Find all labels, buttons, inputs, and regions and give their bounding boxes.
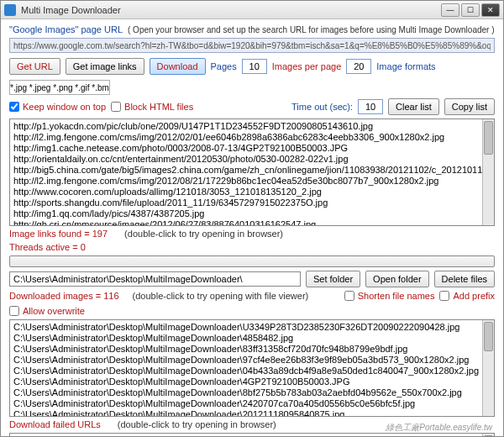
downloaded-hint: (double-click to try opening with file v… <box>133 291 309 301</box>
shorten-checkbox[interactable]: Shorten file names <box>344 291 435 301</box>
open-folder-button[interactable]: Open folder <box>365 271 428 287</box>
get-url-button[interactable]: Get URL <box>9 58 60 75</box>
list-item[interactable]: http://orientaldaily.on.cc/cnt/entertain… <box>13 154 491 165</box>
add-prefix-checkbox[interactable]: Add prefix <box>439 291 495 301</box>
titlebar: Multi Image Downloader — ☐ ✕ <box>1 1 503 19</box>
minimize-button[interactable]: — <box>441 3 459 17</box>
window-title: Multi Image Downloader <box>21 5 441 15</box>
block-html-checkbox[interactable]: Block HTML files <box>111 102 193 112</box>
timeout-label: Time out (sec): <box>291 102 353 112</box>
set-folder-button[interactable]: Set folder <box>306 271 360 287</box>
keep-on-top-checkbox[interactable]: Keep window on top <box>9 102 106 112</box>
images-per-page-label: Images per page <box>272 61 342 71</box>
timeout-input[interactable] <box>358 99 383 114</box>
app-icon <box>4 4 16 16</box>
list-item[interactable]: C:\Users\Administrator\Desktop\MultiImag… <box>13 398 491 409</box>
scrollbar[interactable] <box>482 434 494 437</box>
list-item[interactable]: C:\Users\Administrator\Desktop\MultiImag… <box>13 355 491 366</box>
downloaded-label: Downloaded images = 116 <box>9 291 119 301</box>
image-formats-label: Image formats <box>376 61 435 71</box>
list-item[interactable]: http://www.cocoren.com/uploads/allimg/12… <box>13 187 491 197</box>
clear-list-button[interactable]: Clear list <box>388 98 439 115</box>
image-links-list[interactable]: http://p1.yokacdn.com/pic/club/one/2009/… <box>9 118 495 226</box>
list-item[interactable]: http://l2.img.fengone.com/cms/img/2012/0… <box>13 176 491 187</box>
failed-label: Download failed URLs <box>9 419 101 429</box>
list-item[interactable]: C:\Users\Administrator\Desktop\MultiImag… <box>13 322 491 333</box>
close-button[interactable]: ✕ <box>481 3 500 17</box>
pages-label: Pages <box>211 61 237 71</box>
page-url-input[interactable] <box>9 38 495 53</box>
scrollbar[interactable] <box>482 320 494 416</box>
list-item[interactable]: C:\Users\Administrator\Desktop\MultiImag… <box>13 366 491 376</box>
list-item[interactable]: http://img1.qq.com/lady/pics/4387/438720… <box>13 208 491 219</box>
delete-files-button[interactable]: Delete files <box>434 271 495 287</box>
list-item[interactable]: http://img1.cache.netease.com/photo/0003… <box>13 143 491 154</box>
list-item[interactable]: C:\Users\Administrator\Desktop\MultiImag… <box>13 344 491 355</box>
failed-hint: (double-click to try opening in browser) <box>118 419 276 429</box>
list-item[interactable]: C:\Users\Administrator\Desktop\MultiImag… <box>13 387 491 398</box>
threads-label: Threads active = 0 <box>9 242 86 252</box>
list-item[interactable]: http://l2.img.fengone.com/cms/img/2012/0… <box>13 132 491 143</box>
list-item[interactable]: C:\Users\Administrator\Desktop\MultiImag… <box>13 409 491 417</box>
scrollbar[interactable] <box>482 119 494 225</box>
footer-credit: 綠色工廠Portable.easylife.tw <box>386 422 492 434</box>
folder-path-input[interactable] <box>9 271 301 287</box>
pages-input[interactable] <box>242 59 267 74</box>
list-item[interactable]: http://big5.china.com/gate/big5/images2.… <box>13 165 491 176</box>
list-item[interactable]: http://sports.shangdu.com/file/upload/20… <box>13 197 491 208</box>
page-url-hint: ( Open your browser and set up the searc… <box>128 25 495 34</box>
download-button[interactable]: Download <box>150 58 206 75</box>
get-links-button[interactable]: Get image links <box>66 58 144 75</box>
downloaded-list[interactable]: C:\Users\Administrator\Desktop\MultiImag… <box>9 319 495 417</box>
maximize-button[interactable]: ☐ <box>461 3 480 17</box>
page-url-label: "Google Images" page URL <box>9 24 123 34</box>
images-per-page-input[interactable] <box>346 59 371 74</box>
list-item[interactable]: http://p1.yokacdn.com/pic/club/one/2009/… <box>13 121 491 132</box>
image-formats-input[interactable] <box>9 80 110 95</box>
links-found-hint: (double-click to try opening in browser) <box>124 229 283 239</box>
list-item[interactable]: http://gb.cri.cn/mmsource/images/2012/06… <box>13 219 491 226</box>
list-item[interactable]: C:\Users\Administrator\Desktop\MultiImag… <box>13 333 491 344</box>
allow-overwrite-checkbox[interactable]: Allow overwrite <box>9 306 85 316</box>
copy-list-button[interactable]: Copy list <box>444 98 495 115</box>
list-item[interactable]: C:\Users\Administrator\Desktop\MultiImag… <box>13 376 491 387</box>
progress-bar <box>9 255 495 267</box>
links-found-label: Image links found = 197 <box>9 229 108 239</box>
